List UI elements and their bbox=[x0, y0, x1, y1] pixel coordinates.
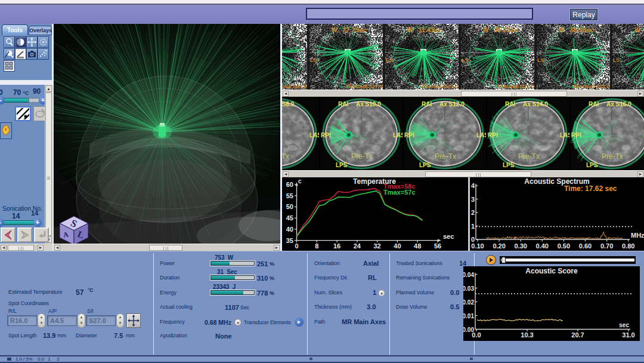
svg-text:31.0: 31.0 bbox=[622, 331, 634, 339]
svg-text:8: 8 bbox=[315, 242, 318, 250]
svg-text:RPI: RPI bbox=[321, 132, 331, 139]
svg-text:sec: sec bbox=[619, 322, 629, 328]
svg-text:MHz: MHz bbox=[631, 232, 644, 239]
svg-text:Ax S10.0: Ax S10.0 bbox=[356, 101, 381, 107]
svg-text:LS: LS bbox=[310, 57, 317, 63]
svg-text:0.10: 0.10 bbox=[471, 242, 484, 250]
svg-text:45: 45 bbox=[286, 214, 293, 222]
svg-text:0.80: 0.80 bbox=[622, 242, 634, 250]
svg-text:31.4Sec: 31.4Sec bbox=[418, 26, 442, 33]
svg-text:RPI: RPI bbox=[404, 132, 414, 139]
svg-text:LPS: LPS bbox=[419, 162, 431, 168]
svg-text:W: W bbox=[634, 27, 640, 33]
svg-text:Pre-Tx: Pre-Tx bbox=[435, 152, 456, 161]
svg-text:10.3: 10.3 bbox=[521, 331, 533, 339]
svg-text:S27.0: S27.0 bbox=[520, 84, 534, 90]
svg-text:Pre-Tx: Pre-Tx bbox=[351, 152, 373, 161]
svg-text:1: 1 bbox=[471, 223, 475, 230]
svg-text:50: 50 bbox=[286, 203, 293, 210]
svg-text:W: W bbox=[332, 27, 338, 33]
svg-text:0.40: 0.40 bbox=[536, 242, 549, 250]
svg-text:0.30: 0.30 bbox=[514, 242, 527, 250]
svg-text:LAS: LAS bbox=[393, 132, 402, 139]
svg-text:W: W bbox=[407, 27, 413, 33]
svg-text:0.50: 0.50 bbox=[558, 242, 570, 250]
svg-text:27.7Sec: 27.7Sec bbox=[342, 26, 367, 33]
svg-text:60: 60 bbox=[286, 181, 293, 188]
svg-text:24: 24 bbox=[354, 242, 361, 250]
svg-text:Pre-Tx: Pre-Tx bbox=[282, 152, 289, 161]
svg-text:0.20: 0.20 bbox=[493, 242, 505, 250]
svg-text:0.60: 0.60 bbox=[579, 242, 592, 250]
svg-text:W: W bbox=[559, 27, 565, 33]
svg-text:c: c bbox=[298, 178, 302, 184]
svg-text:RAI: RAI bbox=[422, 101, 432, 107]
svg-text:Thermal: Thermal bbox=[282, 83, 292, 90]
svg-text:Ax S16.0: Ax S16.0 bbox=[606, 101, 631, 107]
svg-text:0.01: 0.01 bbox=[463, 313, 474, 319]
svg-text:Thermal: Thermal bbox=[421, 83, 443, 90]
svg-text:RAI: RAI bbox=[589, 101, 599, 107]
svg-text:LS: LS bbox=[386, 57, 393, 63]
svg-text:3: 3 bbox=[471, 196, 475, 203]
svg-text:RAI: RAI bbox=[338, 101, 348, 107]
svg-text:40: 40 bbox=[394, 242, 401, 250]
svg-text:Thermal: Thermal bbox=[572, 83, 595, 90]
svg-text:LS: LS bbox=[613, 57, 620, 63]
svg-text:4: 4 bbox=[471, 182, 475, 189]
svg-text:35.2Sec: 35.2Sec bbox=[494, 26, 518, 33]
svg-text:0.03: 0.03 bbox=[463, 285, 474, 292]
svg-text:LAS: LAS bbox=[560, 132, 569, 139]
svg-text:S27.0: S27.0 bbox=[596, 84, 610, 90]
svg-text:0.04: 0.04 bbox=[463, 272, 474, 278]
svg-text:Ax S12.0: Ax S12.0 bbox=[439, 101, 465, 107]
svg-text:20.7: 20.7 bbox=[571, 331, 584, 339]
svg-text:Thermal: Thermal bbox=[345, 83, 367, 90]
svg-text:S27.0: S27.0 bbox=[444, 84, 459, 90]
svg-text:Thermal: Thermal bbox=[497, 83, 519, 90]
svg-text:LS: LS bbox=[537, 57, 544, 63]
svg-text:16: 16 bbox=[333, 242, 340, 250]
svg-text:Acoustic Score: Acoustic Score bbox=[525, 267, 578, 275]
svg-text:0: 0 bbox=[295, 242, 298, 250]
svg-text:Ax S8.0: Ax S8.0 bbox=[282, 101, 295, 107]
svg-text:0.0: 0.0 bbox=[472, 331, 481, 339]
svg-text:S27.0: S27.0 bbox=[293, 84, 307, 90]
svg-text:Pre-Tx: Pre-Tx bbox=[602, 152, 623, 161]
svg-text:32: 32 bbox=[373, 242, 380, 250]
svg-text:2: 2 bbox=[471, 209, 475, 216]
svg-text:38.9Sec: 38.9Sec bbox=[569, 26, 594, 33]
svg-text:0.02: 0.02 bbox=[463, 299, 474, 306]
svg-text:W: W bbox=[483, 27, 489, 33]
svg-text:LPS: LPS bbox=[503, 162, 515, 168]
svg-text:S27.0: S27.0 bbox=[369, 84, 383, 90]
svg-text:0.70: 0.70 bbox=[600, 242, 613, 250]
svg-text:LPS: LPS bbox=[586, 162, 598, 168]
svg-text:40: 40 bbox=[286, 226, 293, 233]
svg-text:sec: sec bbox=[443, 233, 454, 240]
svg-text:LPS: LPS bbox=[336, 162, 348, 168]
svg-text:LS: LS bbox=[462, 57, 469, 63]
svg-text:56: 56 bbox=[434, 242, 441, 250]
svg-text:Ax S14.0: Ax S14.0 bbox=[523, 101, 548, 107]
svg-text:RPI: RPI bbox=[571, 132, 581, 139]
svg-text:55: 55 bbox=[286, 192, 293, 199]
svg-text:LAS: LAS bbox=[476, 132, 486, 139]
svg-text:Pre-Tx: Pre-Tx bbox=[518, 152, 540, 161]
svg-text:LAS: LAS bbox=[309, 132, 319, 139]
svg-text:Time: 17.62 sec: Time: 17.62 sec bbox=[564, 184, 617, 193]
svg-text:Tmax=57c: Tmax=57c bbox=[383, 189, 416, 196]
svg-text:RAI: RAI bbox=[505, 101, 515, 107]
svg-text:35: 35 bbox=[286, 237, 293, 244]
svg-text:RPI: RPI bbox=[488, 132, 498, 139]
svg-text:48: 48 bbox=[414, 242, 421, 250]
